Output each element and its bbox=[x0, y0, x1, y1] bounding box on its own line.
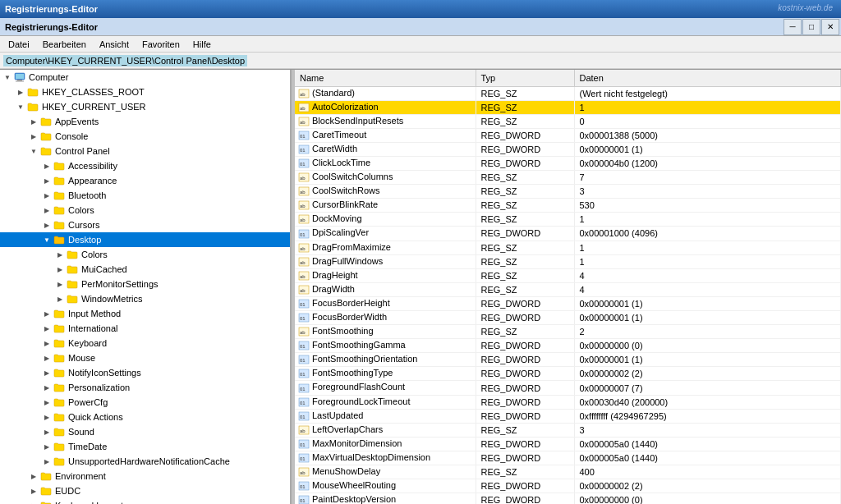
tree-item-environment[interactable]: ▶Environment bbox=[0, 469, 290, 483]
table-row[interactable]: abDragHeightREG_SZ4 bbox=[295, 268, 841, 282]
tree-item-notifyiconsettings[interactable]: ▶NotifyIconSettings bbox=[0, 365, 290, 380]
cell-data: 1 bbox=[574, 241, 841, 254]
tree-pane[interactable]: ▼Computer▶HKEY_CLASSES_ROOT▼HKEY_CURRENT… bbox=[0, 70, 292, 504]
cell-type: REG_SZ bbox=[476, 254, 574, 268]
table-row[interactable]: 01FontSmoothingOrientationREG_DWORD0x000… bbox=[295, 353, 841, 367]
svg-text:ab: ab bbox=[300, 288, 306, 293]
folder-icon bbox=[53, 190, 66, 201]
tree-item-hkcu[interactable]: ▼HKEY_CURRENT_USER bbox=[0, 99, 290, 114]
tree-item-label: Input Method bbox=[68, 309, 121, 318]
tree-item-label: Bluetooth bbox=[68, 190, 106, 200]
folder-icon bbox=[53, 411, 66, 423]
table-row[interactable]: abDragFromMaximizeREG_SZ1 bbox=[295, 241, 841, 254]
tree-item-bluetooth[interactable]: ▶Bluetooth bbox=[0, 188, 290, 203]
table-row[interactable]: abLeftOverlapCharsREG_SZ3 bbox=[295, 423, 841, 437]
table-row[interactable]: 01ForegroundFlashCountREG_DWORD0x0000000… bbox=[295, 381, 841, 395]
svg-text:01: 01 bbox=[300, 484, 306, 489]
tree-item-inputmethod[interactable]: ▶Input Method bbox=[0, 306, 290, 321]
registry-table: Name Typ Daten ab(Standard)REG_SZ(Wert n… bbox=[295, 70, 841, 504]
tree-item-accessibility[interactable]: ▶Accessibility bbox=[0, 158, 290, 173]
tree-item-keyboardlayout[interactable]: ▶Keyboard Layout bbox=[0, 498, 290, 504]
cell-name: abDockMoving bbox=[295, 213, 476, 227]
tree-item-desktop[interactable]: ▼Desktop bbox=[0, 232, 290, 247]
tree-toggle: ▶ bbox=[41, 175, 53, 186]
tree-item-hkcr[interactable]: ▶HKEY_CLASSES_ROOT bbox=[0, 85, 290, 99]
table-row[interactable]: 01ClickLockTimeREG_DWORD0x000004b0 (1200… bbox=[295, 156, 841, 170]
right-pane[interactable]: Name Typ Daten ab(Standard)REG_SZ(Wert n… bbox=[295, 70, 841, 504]
tree-item-colors2[interactable]: ▶Colors bbox=[0, 247, 290, 262]
table-row[interactable]: 01MaxMonitorDimensionREG_DWORD0x000005a0… bbox=[295, 437, 841, 451]
folder-icon bbox=[66, 293, 79, 305]
menu-item-hilfe[interactable]: Hilfe bbox=[186, 38, 218, 51]
cell-data: 0x000005a0 (1440) bbox=[574, 451, 841, 465]
table-row[interactable]: 01MaxVirtualDesktopDimensionREG_DWORD0x0… bbox=[295, 451, 841, 465]
tree-item-permonitorsettings[interactable]: ▶PerMonitorSettings bbox=[0, 277, 290, 291]
tree-item-label: Personalization bbox=[68, 383, 130, 392]
table-row[interactable]: 01MouseWheelRoutingREG_DWORD0x00000002 (… bbox=[295, 479, 841, 493]
tree-item-international[interactable]: ▶International bbox=[0, 321, 290, 336]
tree-item-mouse[interactable]: ▶Mouse bbox=[0, 351, 290, 365]
menu-item-bearbeiten[interactable]: Bearbeiten bbox=[36, 38, 93, 51]
cell-type: REG_SZ bbox=[476, 241, 574, 254]
menu-item-favoriten[interactable]: Favoriten bbox=[136, 38, 186, 51]
table-row[interactable]: abCursorBlinkRateREG_SZ530 bbox=[295, 199, 841, 213]
tree-item-timedate[interactable]: ▶TimeDate bbox=[0, 439, 290, 454]
tree-item-muicached[interactable]: ▶MuiCached bbox=[0, 262, 290, 277]
tree-item-keyboard[interactable]: ▶Keyboard bbox=[0, 336, 290, 351]
table-row[interactable]: abCoolSwitchColumnsREG_SZ7 bbox=[295, 171, 841, 185]
tree-item-label: PerMonitorSettings bbox=[81, 279, 159, 289]
table-row[interactable]: 01DpiScalingVerREG_DWORD0x00001000 (4096… bbox=[295, 227, 841, 241]
table-row[interactable]: 01CaretTimeoutREG_DWORD0x00001388 (5000) bbox=[295, 128, 841, 142]
table-row[interactable]: 01FocusBorderHeightREG_DWORD0x00000001 (… bbox=[295, 296, 841, 310]
tree-item-label: Appearance bbox=[68, 176, 117, 186]
table-row[interactable]: 01FontSmoothingTypeREG_DWORD0x00000002 (… bbox=[295, 367, 841, 381]
tree-toggle: ▶ bbox=[28, 485, 39, 497]
table-row[interactable]: abCoolSwitchRowsREG_SZ3 bbox=[295, 185, 841, 199]
tree-item-console[interactable]: ▶Console bbox=[0, 129, 290, 144]
table-row[interactable]: abDragWidthREG_SZ4 bbox=[295, 282, 841, 296]
table-row[interactable]: abDragFullWindowsREG_SZ1 bbox=[295, 254, 841, 268]
table-row[interactable]: 01FocusBorderWidthREG_DWORD0x00000001 (1… bbox=[295, 311, 841, 325]
tree-item-windowmetrics[interactable]: ▶WindowMetrics bbox=[0, 291, 290, 306]
cell-type: REG_SZ bbox=[476, 185, 574, 199]
cell-name: abAutoColorization bbox=[295, 100, 476, 114]
table-row[interactable]: abFontSmoothingREG_SZ2 bbox=[295, 325, 841, 339]
table-row[interactable]: abMenuShowDelayREG_SZ400 bbox=[295, 465, 841, 479]
table-row[interactable]: abDockMovingREG_SZ1 bbox=[295, 213, 841, 227]
table-row[interactable]: 01CaretWidthREG_DWORD0x00000001 (1) bbox=[295, 142, 841, 156]
tree-item-label: Colors bbox=[68, 205, 94, 215]
tree-toggle: ▶ bbox=[41, 160, 53, 172]
tree-item-computer[interactable]: ▼Computer bbox=[0, 70, 290, 85]
table-row[interactable]: abAutoColorizationREG_SZ1 bbox=[295, 100, 841, 114]
tree-item-label: Console bbox=[55, 131, 88, 141]
table-row[interactable]: 01FontSmoothingGammaREG_DWORD0x00000000 … bbox=[295, 339, 841, 353]
tree-toggle: ▶ bbox=[28, 116, 39, 127]
svg-rect-2 bbox=[17, 80, 22, 81]
folder-icon bbox=[53, 396, 66, 408]
tree-item-sound[interactable]: ▶Sound bbox=[0, 424, 290, 439]
table-row[interactable]: abBlockSendInputResetsREG_SZ0 bbox=[295, 114, 841, 128]
tree-item-appearance[interactable]: ▶Appearance bbox=[0, 173, 290, 188]
maximize-btn[interactable]: □ bbox=[802, 19, 820, 35]
close-btn[interactable]: ✕ bbox=[821, 19, 839, 35]
tree-item-colors[interactable]: ▶Colors bbox=[0, 203, 290, 218]
table-row[interactable]: 01ForegroundLockTimeoutREG_DWORD0x00030d… bbox=[295, 395, 841, 409]
menu-item-datei[interactable]: Datei bbox=[2, 38, 36, 51]
tree-item-personalization[interactable]: ▶Personalization bbox=[0, 380, 290, 395]
menu-item-ansicht[interactable]: Ansicht bbox=[93, 38, 136, 51]
tree-item-quickactions[interactable]: ▶Quick Actions bbox=[0, 410, 290, 424]
tree-item-eudc[interactable]: ▶EUDC bbox=[0, 483, 290, 498]
tree-item-controlpanel[interactable]: ▼Control Panel bbox=[0, 144, 290, 158]
tree-item-unsupported[interactable]: ▶UnsupportedHardwareNotificationCache bbox=[0, 454, 290, 469]
title-bar: Registrierungs-Editor kostnix-web.de ─ □… bbox=[0, 0, 841, 18]
minimize-btn[interactable]: ─ bbox=[784, 19, 802, 35]
table-row[interactable]: ab(Standard)REG_SZ(Wert nicht festgelegt… bbox=[295, 86, 841, 100]
table-row[interactable]: 01PaintDesktopVersionREG_DWORD0x00000000… bbox=[295, 493, 841, 504]
title-bar-with-controls: Registrierungs-Editor ─ □ ✕ bbox=[0, 18, 841, 36]
table-row[interactable]: 01LastUpdatedREG_DWORD0xffffffff (429496… bbox=[295, 409, 841, 423]
tree-item-powercfg[interactable]: ▶PowerCfg bbox=[0, 395, 290, 410]
tree-item-cursors[interactable]: ▶Cursors bbox=[0, 218, 290, 232]
tree-item-appevents[interactable]: ▶AppEvents bbox=[0, 114, 290, 129]
tree-toggle: ▶ bbox=[41, 441, 53, 452]
cell-name: 01MaxMonitorDimension bbox=[295, 437, 476, 451]
